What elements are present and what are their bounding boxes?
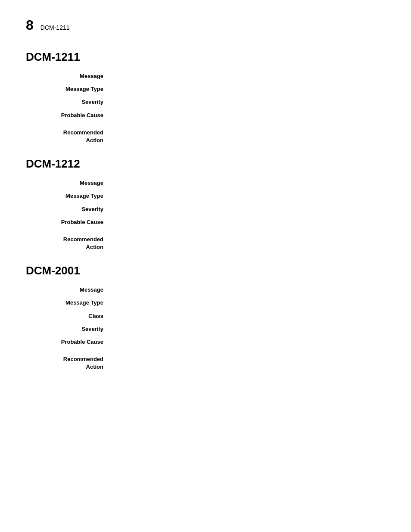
field-value-DCM-2001-2 (112, 312, 385, 320)
field-value-DCM-1211-3 (112, 112, 385, 119)
field-label-DCM-1211-0: Message (34, 72, 112, 80)
field-value-DCM-1212-0 (112, 179, 385, 187)
field-value-DCM-1212-1 (112, 192, 385, 200)
field-label-DCM-1211-4: RecommendedAction (34, 129, 112, 144)
field-label-DCM-1211-3: Probable Cause (34, 112, 112, 119)
field-label-DCM-1212-2: Severity (34, 205, 112, 213)
field-row-DCM-2001-3: Severity (26, 325, 385, 333)
field-row-DCM-1212-2: Severity (26, 205, 385, 213)
field-label-DCM-1212-3: Probable Cause (34, 218, 112, 226)
field-label-DCM-2001-1: Message Type (34, 299, 112, 307)
field-value-DCM-1211-0 (112, 72, 385, 80)
section-DCM-1211: DCM-1211MessageMessage TypeSeverityProba… (26, 50, 385, 144)
field-label-DCM-1212-1: Message Type (34, 192, 112, 200)
field-value-DCM-2001-5 (112, 355, 385, 371)
field-value-DCM-1212-2 (112, 205, 385, 213)
field-label-DCM-1211-1: Message Type (34, 85, 112, 93)
field-value-DCM-1211-1 (112, 85, 385, 93)
field-row-DCM-1211-2: Severity (26, 98, 385, 106)
field-label-DCM-2001-2: Class (34, 312, 112, 320)
field-row-DCM-1212-0: Message (26, 179, 385, 187)
section-DCM-1212: DCM-1212MessageMessage TypeSeverityProba… (26, 157, 385, 251)
field-label-DCM-2001-3: Severity (34, 325, 112, 333)
doc-id-header: DCM-1211 (40, 24, 70, 31)
page-header: 8 DCM-1211 (26, 17, 385, 33)
field-row-DCM-1212-4: RecommendedAction (26, 236, 385, 251)
section-title-DCM-1211: DCM-1211 (26, 50, 385, 64)
field-row-DCM-2001-2: Class (26, 312, 385, 320)
field-row-DCM-2001-1: Message Type (26, 299, 385, 307)
field-value-DCM-2001-4 (112, 338, 385, 346)
section-title-DCM-2001: DCM-2001 (26, 264, 385, 277)
field-value-DCM-1211-2 (112, 98, 385, 106)
field-row-DCM-2001-5: RecommendedAction (26, 355, 385, 371)
field-value-DCM-2001-3 (112, 325, 385, 333)
section-title-DCM-1212: DCM-1212 (26, 157, 385, 171)
field-row-DCM-1212-1: Message Type (26, 192, 385, 200)
field-row-DCM-2001-4: Probable Cause (26, 338, 385, 346)
field-value-DCM-2001-0 (112, 286, 385, 294)
field-row-DCM-1211-1: Message Type (26, 85, 385, 93)
section-DCM-2001: DCM-2001MessageMessage TypeClassSeverity… (26, 264, 385, 371)
field-value-DCM-2001-1 (112, 299, 385, 307)
field-row-DCM-1212-3: Probable Cause (26, 218, 385, 226)
field-row-DCM-1211-0: Message (26, 72, 385, 80)
field-label-DCM-1211-2: Severity (34, 98, 112, 106)
field-value-DCM-1212-4 (112, 236, 385, 251)
field-label-DCM-1212-4: RecommendedAction (34, 236, 112, 251)
page-number: 8 (26, 17, 34, 33)
field-value-DCM-1211-4 (112, 129, 385, 144)
field-row-DCM-1211-4: RecommendedAction (26, 129, 385, 144)
field-label-DCM-2001-5: RecommendedAction (34, 355, 112, 371)
field-row-DCM-1211-3: Probable Cause (26, 112, 385, 119)
field-label-DCM-1212-0: Message (34, 179, 112, 187)
field-label-DCM-2001-4: Probable Cause (34, 338, 112, 346)
field-label-DCM-2001-0: Message (34, 286, 112, 294)
field-row-DCM-2001-0: Message (26, 286, 385, 294)
field-value-DCM-1212-3 (112, 218, 385, 226)
